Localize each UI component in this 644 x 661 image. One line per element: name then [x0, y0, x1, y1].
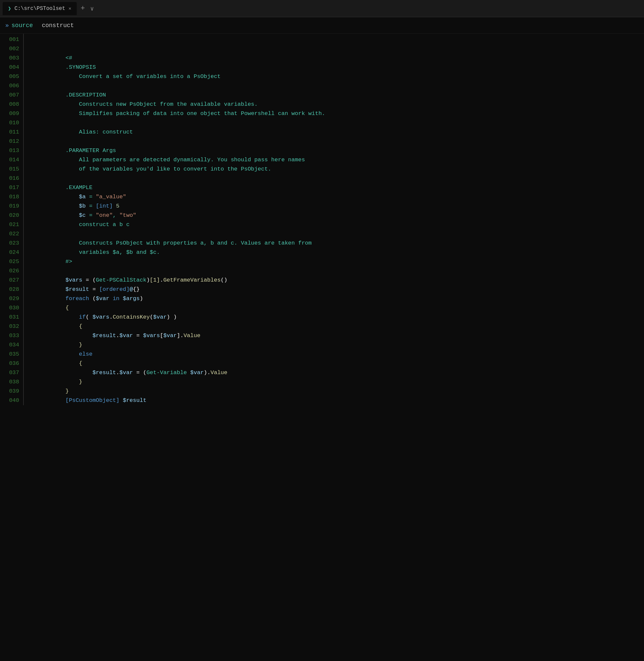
line-num-008: 008 — [0, 100, 19, 109]
line-num-034: 034 — [0, 340, 19, 350]
varkey-036: $var — [119, 370, 133, 376]
indent-038 — [52, 388, 66, 394]
result-032: $result — [93, 332, 116, 339]
breadcrumb-construct[interactable]: construct — [42, 22, 74, 29]
line-num-011: 011 — [0, 127, 19, 137]
indent-026 — [52, 277, 66, 283]
indent-030 — [52, 314, 79, 320]
line-num-014: 014 — [0, 155, 19, 165]
indent-034 — [52, 351, 79, 357]
parenr-036: ). — [204, 370, 210, 376]
foreach-kw: foreach — [66, 296, 89, 302]
breadcrumb-source[interactable]: source — [12, 22, 33, 29]
get-pscallstack: Get-PSCallStack — [96, 277, 146, 283]
vars-032: $vars — [143, 332, 160, 339]
value-032: Value — [183, 332, 200, 339]
param-text1: All parameters are detected dynamically.… — [52, 157, 305, 163]
comma1: , — [113, 212, 119, 218]
eq2: = — [86, 203, 96, 209]
varref-032: $var — [163, 332, 177, 339]
space-039 — [119, 397, 123, 404]
paren-r: ) — [146, 277, 150, 283]
var-b: $b — [79, 203, 86, 209]
line-num-001: 001 — [0, 35, 19, 44]
line-num-012: 012 — [0, 137, 19, 146]
brace-open-031: { — [79, 323, 82, 330]
line-num-007: 007 — [0, 91, 19, 100]
line-038: } — [32, 377, 644, 387]
bracket-l: [int] — [96, 203, 113, 209]
titlebar: ❯ C:\src\PSToolset ✕ + ∨ — [0, 0, 644, 17]
indent-039 — [52, 397, 66, 404]
var-030: $var — [153, 314, 167, 320]
vars-030: $vars — [93, 314, 110, 320]
line-num-009: 009 — [0, 109, 19, 118]
breadcrumb-separator — [36, 22, 39, 29]
line-num-013: 013 — [0, 146, 19, 155]
line-035: { — [32, 350, 644, 359]
alias-text: Alias: construct — [52, 129, 133, 135]
active-tab[interactable]: ❯ C:\src\PSToolset ✕ — [3, 2, 77, 15]
line-036: $result.$var = (Get-Variable $var).Value — [32, 359, 644, 368]
var-c: $c — [79, 212, 86, 218]
tab-close-button[interactable]: ✕ — [68, 6, 71, 11]
space-028: ( — [89, 296, 95, 302]
tab-controls: + ∨ — [80, 4, 94, 13]
line-num-024: 024 — [0, 248, 19, 257]
line-num-010: 010 — [0, 118, 19, 127]
brace-open-029: { — [66, 305, 69, 311]
example-desc2: variables $a, $b and $c. — [52, 249, 160, 256]
line-num-033: 033 — [0, 331, 19, 340]
line-004: Convert a set of variables into a PsObje… — [32, 63, 644, 72]
dot-036: . — [116, 370, 119, 376]
brace-close-037: } — [79, 379, 82, 385]
line-num-027: 027 — [0, 276, 19, 285]
bracketr-032: ]. — [177, 332, 183, 339]
result-var: $result — [66, 286, 89, 292]
indent-037 — [52, 379, 79, 385]
line-num-038: 038 — [0, 377, 19, 387]
example-a — [52, 194, 79, 200]
result-036: $result — [93, 370, 116, 376]
line-num-005: 005 — [0, 72, 19, 81]
dot-032: . — [116, 332, 119, 339]
in-028 — [110, 296, 113, 302]
line-numbers: 001 002 003 004 005 006 007 008 009 010 … — [0, 34, 24, 405]
desc-text2: Simplifies packing — [52, 110, 143, 117]
synopsis-text: Convert a set of variables into a PsObje… — [52, 73, 221, 80]
tab-dropdown-button[interactable]: ∨ — [90, 5, 94, 12]
line-num-019: 019 — [0, 202, 19, 211]
param-tag: .PARAMETER Args — [52, 147, 116, 154]
in-kw: in — [113, 296, 119, 302]
line-num-037: 037 — [0, 368, 19, 377]
line-030: if( $vars.ContainsKey($var) ) — [32, 303, 644, 313]
bracket-1: [1] — [150, 277, 160, 283]
line-num-002: 002 — [0, 44, 19, 53]
comment-open: <# — [52, 55, 72, 61]
line-num-026: 026 — [0, 266, 19, 276]
getframevars: GetFrameVariables — [163, 277, 221, 283]
eq3: = — [86, 212, 96, 218]
line-002: <# — [32, 44, 644, 53]
add-tab-button[interactable]: + — [80, 4, 85, 13]
indent-029 — [52, 305, 66, 311]
eq-026: = — [82, 277, 93, 283]
line-026: $vars = (Get-PSCallStack)[1].GetFrameVar… — [32, 266, 644, 276]
line-003: .SYNOPSIS — [32, 53, 644, 63]
line-num-028: 028 — [0, 285, 19, 294]
bracketl-032: [ — [160, 332, 163, 339]
line-num-006: 006 — [0, 81, 19, 91]
space-036 — [187, 370, 190, 376]
space2 — [113, 203, 116, 209]
dot1: . — [160, 277, 163, 283]
getvariable: Get-Variable — [146, 370, 187, 376]
num-5: 5 — [116, 203, 119, 209]
desc-tag: .DESCRIPTION — [52, 92, 106, 98]
line-num-018: 018 — [0, 192, 19, 202]
line-010: Alias: construct — [32, 118, 644, 127]
example-desc1: Constructs PsObject with properties a, b… — [52, 240, 312, 246]
construct-abc: construct a b c — [52, 221, 130, 228]
parens: () — [221, 277, 227, 283]
line-num-015: 015 — [0, 165, 19, 174]
line-num-035: 035 — [0, 350, 19, 359]
